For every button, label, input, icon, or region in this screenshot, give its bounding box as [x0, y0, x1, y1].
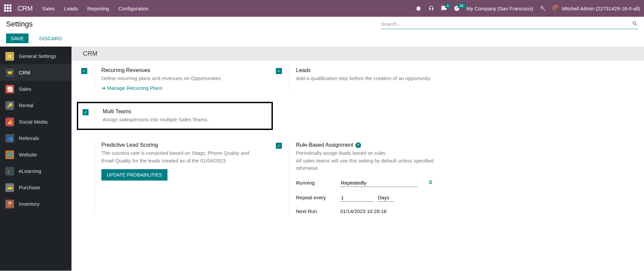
sidebar-item-label: Rental [19, 103, 33, 108]
setting-title: Multi Teams [103, 109, 209, 115]
ic-crm-icon: 🤝 [5, 68, 14, 77]
setting-title: Rule-Based Assignment ? [296, 142, 454, 148]
setting-desc2: All sales teams will use this setting by… [296, 157, 454, 172]
nav-reporting[interactable]: Reporting [87, 6, 109, 11]
sidebar-item-label: Social Media [19, 119, 48, 125]
sidebar-item-elearning[interactable]: 🎓eLearning [0, 163, 71, 179]
running-select[interactable] [340, 179, 417, 187]
ic-sales-icon: 📈 [5, 85, 14, 93]
setting-desc: Add a qualification step before the crea… [296, 75, 430, 82]
setting-desc: The success rate is computed based on St… [101, 149, 259, 164]
ic-referrals-icon: 👥 [5, 134, 14, 143]
ic-elearning-icon: 🎓 [5, 167, 14, 176]
app-brand[interactable]: CRM [17, 5, 33, 12]
nextrun-value: 01/14/2023 10:28:18 [340, 208, 387, 214]
action-bar: SAVE DISCARD [0, 31, 644, 47]
repeat-unit-select[interactable] [377, 194, 394, 202]
messages-badge: 4 [445, 3, 450, 8]
sidebar-item-rental[interactable]: 🔑Rental [0, 97, 71, 114]
setting-leads: ✓ Leads Add a qualification step before … [273, 67, 467, 91]
section-title: CRM [71, 47, 644, 61]
nav-leads[interactable]: Leads [64, 6, 78, 11]
sidebar-item-crm[interactable]: 🤝CRM [0, 64, 71, 81]
setting-desc: Define recurring plans and revenues on O… [101, 75, 221, 82]
sidebar-item-label: General Settings [19, 53, 56, 59]
checkbox-multi-teams[interactable]: ✓ [83, 109, 89, 115]
nav-configuration[interactable]: Configuration [118, 6, 148, 11]
sidebar-item-label: Website [19, 152, 37, 157]
setting-predictive-scoring: Predictive Lead Scoring The success rate… [78, 142, 273, 214]
checkbox-rule-based[interactable]: ✓ [276, 143, 282, 149]
tools-icon[interactable] [540, 5, 546, 11]
repeat-value-input[interactable] [340, 194, 374, 202]
sidebar-item-label: eLearning [19, 168, 41, 174]
control-bar: Settings [0, 17, 644, 31]
sidebar-item-label: Sales [19, 86, 32, 92]
support-icon[interactable] [428, 5, 434, 11]
ic-social-icon: 👍 [5, 118, 14, 126]
refresh-icon[interactable] [428, 179, 434, 187]
arrow-right-icon: ➔ [101, 85, 106, 91]
messages-icon[interactable]: 4 [441, 5, 447, 11]
sidebar-item-label: Inventory [19, 201, 40, 207]
discard-button[interactable]: DISCARD [35, 33, 67, 43]
search-input[interactable] [381, 21, 632, 27]
ic-purchase-icon: 💳 [5, 183, 14, 192]
repeat-label: Repeat every [296, 195, 340, 200]
setting-multi-teams: ✓ Multi Teams Assign salespersons into m… [77, 102, 273, 130]
update-probabilities-button[interactable]: UPDATE PROBABILITIES [101, 169, 167, 181]
sidebar-item-sales[interactable]: 📈Sales [0, 81, 71, 97]
nextrun-label: Next Run [296, 208, 340, 214]
ic-general-icon: ⚙ [5, 52, 14, 61]
ic-rental-icon: 🔑 [5, 101, 14, 110]
activities-icon[interactable]: 36 [454, 5, 460, 11]
search-wrap [381, 19, 638, 29]
sidebar-item-general-settings[interactable]: ⚙General Settings [0, 48, 71, 64]
avatar [552, 5, 560, 12]
setting-title: Leads [296, 67, 430, 73]
settings-sidebar: ⚙General Settings🤝CRM📈Sales🔑Rental👍Socia… [0, 47, 71, 271]
setting-recurring-revenues: ✓ Recurring Revenues Define recurring pl… [78, 67, 273, 91]
company-switcher[interactable]: My Company (San Francisco) [466, 6, 533, 11]
ic-inventory-icon: 📦 [5, 200, 14, 208]
nav-sales[interactable]: Sales [42, 6, 55, 11]
user-menu[interactable]: Mitchell Admin (22731429-16-0-all) [552, 5, 640, 12]
sidebar-item-label: CRM [19, 70, 30, 75]
sidebar-item-label: Referrals [19, 135, 39, 141]
setting-desc: Assign salespersons into multiple Sales … [103, 116, 209, 124]
setting-title: Recurring Revenues [101, 67, 221, 73]
sidebar-item-label: Purchase [19, 185, 40, 190]
checkbox-leads[interactable]: ✓ [276, 68, 282, 74]
running-label: Running [296, 180, 340, 186]
save-button[interactable]: SAVE [6, 33, 29, 43]
activities-badge: 36 [458, 3, 465, 8]
settings-content: CRM ✓ Recurring Revenues Define recurrin… [71, 47, 644, 271]
user-name: Mitchell Admin (22731429-16-0-all) [562, 6, 640, 11]
navbar: CRM Sales Leads Reporting Configuration … [0, 0, 644, 17]
sidebar-item-referrals[interactable]: 👥Referrals [0, 130, 71, 146]
manage-recurring-link[interactable]: ➔ Manage Recurring Plans [101, 85, 162, 91]
apps-icon[interactable] [4, 4, 12, 12]
page-title: Settings [6, 20, 33, 28]
setting-title: Predictive Lead Scoring [101, 142, 259, 148]
sidebar-item-purchase[interactable]: 💳Purchase [0, 179, 71, 196]
setting-desc: Periodically assign leads based on rules [296, 149, 454, 157]
sidebar-item-website[interactable]: 🌐Website [0, 146, 71, 163]
sidebar-item-social-media[interactable]: 👍Social Media [0, 114, 71, 130]
setting-rule-based-assignment: ✓ Rule-Based Assignment ? Periodically a… [273, 142, 467, 214]
sidebar-item-inventory[interactable]: 📦Inventory [0, 196, 71, 212]
search-icon[interactable] [632, 20, 638, 28]
ic-website-icon: 🌐 [5, 150, 14, 159]
checkbox-recurring[interactable]: ✓ [81, 68, 87, 74]
help-icon[interactable]: ? [355, 142, 361, 148]
debug-icon[interactable] [415, 5, 422, 11]
